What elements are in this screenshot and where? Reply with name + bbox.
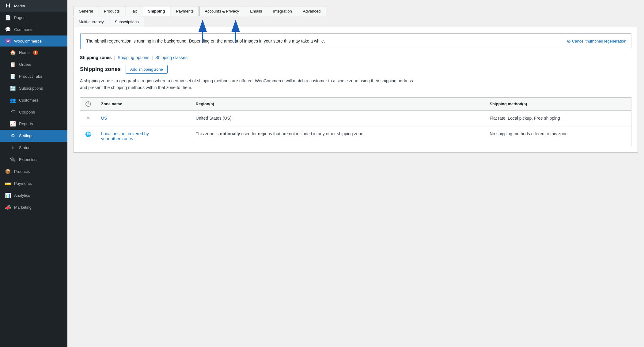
sidebar-item-products[interactable]: 📦 Products — [0, 166, 67, 177]
media-icon: 🖼 — [5, 3, 11, 9]
other-zone-name-cell: Locations not covered byyour other zones — [96, 126, 191, 146]
sidebar-item-subscriptions[interactable]: 🔄 Subscriptions — [0, 82, 67, 94]
us-shipping-methods-cell: Flat rate, Local pickup, Free shipping — [485, 110, 631, 126]
notice-text: Thumbnail regeneration is running in the… — [86, 38, 325, 44]
sidebar-label-woocommerce: WooCommerce — [14, 39, 42, 43]
sidebar-label-analytics: Analytics — [14, 193, 30, 198]
sidebar: 🖼 Media 📄 Pages 💬 Comments W WooCommerce… — [0, 0, 67, 347]
section-nav-sep2: | — [152, 55, 153, 60]
sidebar-label-extensions: Extensions — [19, 157, 39, 162]
cancel-thumbnail-button[interactable]: ⊗ Cancel thumbnail regeneration — [567, 38, 626, 44]
pages-icon: 📄 — [5, 15, 11, 21]
sidebar-item-marketing[interactable]: 📣 Marketing — [0, 201, 67, 213]
cancel-thumbnail-label: Cancel thumbnail regeneration — [572, 39, 626, 43]
comments-icon: 💬 — [5, 27, 11, 32]
tab-shipping[interactable]: Shipping — [143, 6, 170, 16]
cancel-icon: ⊗ — [567, 38, 571, 44]
sidebar-label-coupons: Coupons — [19, 110, 35, 114]
add-shipping-zone-button[interactable]: Add shipping zone — [126, 65, 168, 74]
tab-payments[interactable]: Payments — [171, 6, 199, 16]
drag-handle-icon[interactable]: ≡ — [87, 116, 89, 121]
sidebar-label-settings: Settings — [19, 133, 33, 138]
sidebar-item-pages[interactable]: 📄 Pages — [0, 12, 67, 24]
section-nav: Shipping zones | Shipping options | Ship… — [80, 55, 631, 60]
sidebar-label-products: Products — [14, 169, 30, 174]
col-header-zone-name: Zone name — [96, 97, 191, 110]
sidebar-item-reports[interactable]: 📈 Reports — [0, 118, 67, 130]
other-regions-cell: This zone is optionally used for regions… — [191, 126, 485, 146]
reports-icon: 📈 — [10, 121, 16, 127]
other-shipping-methods-cell: No shipping methods offered to this zone… — [485, 126, 631, 146]
tab-emails[interactable]: Emails — [245, 6, 267, 16]
customers-icon: 👥 — [10, 97, 16, 103]
tab-general[interactable]: General — [74, 6, 98, 16]
us-regions-cell: United States (US) — [191, 110, 485, 126]
shipping-options-link[interactable]: Shipping options — [118, 55, 150, 60]
us-zone-name-cell: US — [96, 110, 191, 126]
sidebar-item-settings[interactable]: ⚙ Settings — [0, 130, 67, 142]
tab-integration[interactable]: Integration — [268, 6, 297, 16]
sidebar-label-orders: Orders — [19, 62, 31, 67]
sidebar-label-subscriptions: Subscriptions — [19, 86, 43, 91]
settings-icon: ⚙ — [10, 133, 16, 139]
subscriptions-icon: 🔄 — [10, 85, 16, 91]
table-header-row: ? Zone name Region(s) Shipping method(s) — [80, 97, 631, 110]
sidebar-label-comments: Comments — [14, 27, 33, 32]
tab-accounts-privacy[interactable]: Accounts & Privacy — [199, 6, 244, 16]
tab-multi-currency[interactable]: Multi-currency — [74, 17, 109, 27]
sidebar-label-product-tabs: Product Tabs — [19, 74, 42, 79]
sidebar-label-payments: Payments — [14, 181, 32, 186]
sidebar-label-reports: Reports — [19, 121, 33, 126]
table-row: ≡ US United States (US) Flat rate, Local… — [80, 110, 631, 126]
shipping-zones-title: Shipping zones — [80, 66, 121, 73]
sidebar-label-customers: Customers — [19, 98, 38, 103]
analytics-icon: 📊 — [5, 192, 11, 198]
section-nav-sep1: | — [114, 55, 115, 60]
orders-icon: 📋 — [10, 62, 16, 67]
tab-products[interactable]: Products — [99, 6, 125, 16]
coupons-icon: 🏷 — [10, 109, 16, 115]
shipping-zones-description: A shipping zone is a geographic region w… — [80, 77, 417, 91]
product-tabs-icon: 📑 — [10, 73, 16, 79]
content-area: Thumbnail regeneration is running in the… — [74, 27, 638, 153]
other-zone-link[interactable]: Locations not covered byyour other zones — [101, 131, 149, 141]
tabs-wrapper: General Products Tax Shipping Payments A… — [74, 6, 638, 27]
sidebar-item-coupons[interactable]: 🏷 Coupons — [0, 106, 67, 118]
sidebar-label-pages: Pages — [14, 15, 25, 20]
sidebar-item-customers[interactable]: 👥 Customers — [0, 94, 67, 106]
home-icon: 🏠 — [10, 50, 16, 55]
sidebar-item-comments[interactable]: 💬 Comments — [0, 24, 67, 35]
tab-tax[interactable]: Tax — [126, 6, 142, 16]
sidebar-label-marketing: Marketing — [14, 205, 32, 210]
main-content: General Products Tax Shipping Payments A… — [67, 0, 644, 347]
woo-logo-icon: W — [5, 39, 11, 43]
tab-advanced[interactable]: Advanced — [298, 6, 326, 16]
sidebar-item-orders[interactable]: 📋 Orders — [0, 58, 67, 70]
col-header-shipping-methods: Shipping method(s) — [485, 97, 631, 110]
sidebar-label-media: Media — [14, 4, 25, 8]
shipping-zones-heading-row: Shipping zones Add shipping zone — [80, 65, 631, 74]
sidebar-item-payments[interactable]: 💳 Payments — [0, 177, 67, 189]
shipping-zones-table: ? Zone name Region(s) Shipping method(s)… — [80, 97, 631, 146]
sidebar-item-media[interactable]: 🖼 Media — [0, 0, 67, 12]
help-icon: ? — [85, 101, 91, 107]
sidebar-item-analytics[interactable]: 📊 Analytics — [0, 189, 67, 201]
payments-icon: 💳 — [5, 181, 11, 186]
tabs-row-2: Multi-currency Subscriptions — [74, 17, 638, 27]
status-icon: ℹ — [10, 145, 16, 151]
other-zone-icon-cell: 🌐 — [80, 126, 97, 146]
sidebar-item-home[interactable]: 🏠 Home 3 — [0, 47, 67, 58]
globe-icon: 🌐 — [85, 132, 91, 137]
sidebar-item-extensions[interactable]: 🔌 Extensions — [0, 154, 67, 166]
sidebar-item-product-tabs[interactable]: 📑 Product Tabs — [0, 70, 67, 82]
sidebar-item-status[interactable]: ℹ Status — [0, 142, 67, 154]
us-zone-link[interactable]: US — [101, 116, 107, 121]
sidebar-label-home: Home — [19, 50, 30, 55]
tab-subscriptions-tab[interactable]: Subscriptions — [110, 17, 144, 27]
shipping-classes-link[interactable]: Shipping classes — [155, 55, 188, 60]
tabs-row-1: General Products Tax Shipping Payments A… — [74, 6, 638, 16]
products-icon: 📦 — [5, 169, 11, 174]
col-header-icon: ? — [80, 97, 97, 110]
section-nav-zones: Shipping zones — [80, 55, 112, 60]
sidebar-item-woocommerce[interactable]: W WooCommerce — [0, 35, 67, 47]
